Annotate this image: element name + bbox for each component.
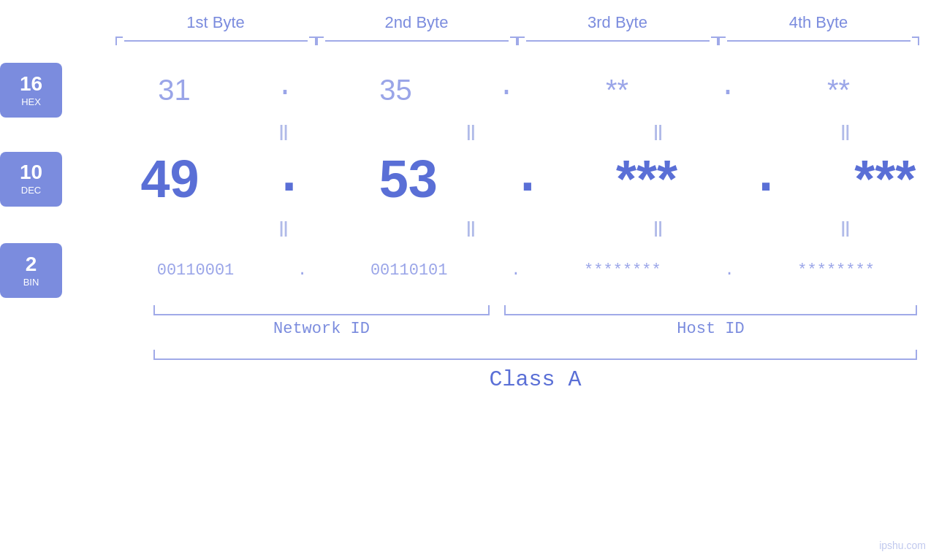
dec-b1-cell: 49 (69, 153, 270, 205)
hex-row: 16 HEX 31 . 35 . ** . ** (95, 63, 939, 118)
dec-row: 10 DEC 49 . 53 . *** . *** (95, 147, 939, 211)
hex-b2-cell: 35 (295, 74, 496, 107)
hex-base-number: 16 (20, 74, 42, 94)
dec-b4-cell: *** (785, 153, 939, 205)
byte1-header: 1st Byte (115, 13, 316, 32)
hex-dot3: . (719, 70, 737, 110)
eq1-b4: || (752, 122, 939, 141)
nh-brackets: Network ID Host ID (146, 305, 924, 338)
eq2-b4: || (752, 218, 939, 237)
byte4-header: 4th Byte (718, 13, 919, 32)
bin-base-label: BIN (23, 277, 39, 288)
main-container: 1st Byte 2nd Byte 3rd Byte 4th Byte (0, 0, 939, 560)
hex-badge: 16 HEX (0, 63, 62, 118)
hex-dot1: . (276, 70, 294, 110)
eq1-b1: || (190, 122, 377, 141)
hex-b1-cell: 31 (74, 74, 275, 107)
host-bracket-line (504, 305, 917, 315)
host-bracket: Host ID (497, 305, 924, 338)
hex-values: 31 . 35 . ** . ** (74, 70, 939, 110)
dec-badge-wrap: 10 DEC (0, 152, 62, 207)
byte-headers: 1st Byte 2nd Byte 3rd Byte 4th Byte (0, 13, 939, 32)
network-id-label: Network ID (146, 320, 497, 338)
bin-values: 00110001 . 00110101 . ******** . *******… (95, 261, 939, 280)
network-host-section: Network ID Host ID (0, 305, 939, 338)
bin-badge: 2 BIN (0, 243, 62, 298)
network-bracket-line (153, 305, 490, 315)
byte2-header: 2nd Byte (316, 13, 517, 32)
bin-badge-wrap: 2 BIN (0, 243, 88, 298)
hex-b4-cell: ** (738, 74, 939, 107)
hex-b2-value: 35 (379, 74, 412, 107)
class-section: Class A (0, 350, 939, 392)
hex-b1-value: 31 (158, 74, 191, 107)
bracket-b2 (316, 37, 517, 45)
eq1-b2: || (377, 122, 564, 141)
dec-base-label: DEC (21, 185, 41, 196)
hex-b4-value: ** (827, 74, 850, 107)
bracket-b3 (517, 37, 718, 45)
bin-b3-cell: ******** (522, 261, 723, 280)
bin-dot2: . (511, 261, 520, 280)
dec-b2-value: 53 (379, 153, 438, 205)
network-bracket: Network ID (146, 305, 497, 338)
eq2-b2: || (377, 218, 564, 237)
dec-b1-value: 49 (140, 153, 199, 205)
dec-b2-cell: 53 (308, 153, 509, 205)
eq2-b3: || (565, 218, 752, 237)
dec-dot1: . (273, 147, 305, 211)
eq1-b3: || (565, 122, 752, 141)
bin-b4-value: ******** (797, 261, 875, 280)
dec-b3-value: *** (616, 153, 677, 205)
dec-badge: 10 DEC (0, 152, 62, 207)
hex-dot2: . (498, 70, 515, 110)
dec-dot3: . (750, 147, 781, 211)
bin-row: 2 BIN 00110001 . 00110101 . ******** . * (95, 243, 939, 298)
hex-base-label: HEX (21, 96, 41, 107)
host-id-label: Host ID (497, 320, 924, 338)
hex-b3-cell: ** (517, 74, 718, 107)
bin-b2-cell: 00110101 (308, 261, 509, 280)
hex-b3-value: ** (606, 74, 628, 107)
bin-b4-cell: ******** (736, 261, 937, 280)
dec-b3-cell: *** (546, 153, 747, 205)
watermark: ipshu.com (879, 540, 926, 551)
header-bracket-row (0, 37, 939, 45)
dec-b4-value: *** (854, 153, 916, 205)
bracket-b4 (718, 37, 919, 45)
hex-badge-wrap: 16 HEX (0, 63, 66, 118)
main-content: 16 HEX 31 . 35 . ** . ** (0, 53, 939, 298)
equals-row-1: || || || || (95, 122, 939, 141)
bin-b2-value: 00110101 (370, 261, 448, 280)
equals-row-2: || || || || (95, 218, 939, 237)
bracket-b1 (115, 37, 316, 45)
dec-values: 49 . 53 . *** . *** (69, 147, 939, 211)
bin-b1-value: 00110001 (157, 261, 235, 280)
bin-base-number: 2 (26, 254, 37, 275)
bin-dot3: . (724, 261, 734, 280)
class-bracket-line (153, 350, 917, 360)
class-label: Class A (146, 367, 924, 392)
dec-base-number: 10 (20, 162, 42, 183)
bin-b3-value: ******** (584, 261, 661, 280)
byte3-header: 3rd Byte (517, 13, 718, 32)
eq2-b1: || (190, 218, 377, 237)
bin-b1-cell: 00110001 (95, 261, 296, 280)
bin-dot1: . (297, 261, 307, 280)
dec-dot2: . (512, 147, 543, 211)
